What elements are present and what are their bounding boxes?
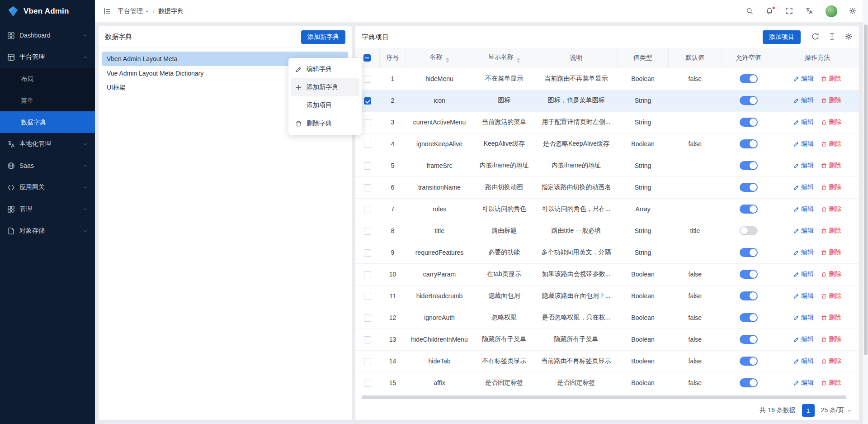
allow-null-toggle[interactable] [740,378,758,387]
table-row-hideChildrenInMenu[interactable]: 13hideChildrenInMenu隐藏所有子菜单隐藏所有子菜单Boolea… [355,329,859,350]
allow-null-toggle[interactable] [740,313,758,322]
table-row-carryParam[interactable]: 10carryParam在tab页显示如果该路由会携带参数...Booleanf… [355,263,859,285]
add-dictionary-button[interactable]: 添加新字典 [301,30,345,44]
allow-null-toggle[interactable] [740,205,758,214]
row-height-button[interactable] [828,33,836,42]
row-checkbox[interactable] [364,336,371,343]
table-row-roles[interactable]: 7roles可以访问的角色可以访问的角色，只在...Array编辑删除 [355,198,859,220]
row-checkbox[interactable] [364,249,371,257]
row-checkbox[interactable] [364,380,371,387]
breadcrumb-item-platform[interactable]: 平台管理 [118,7,149,15]
allow-null-toggle[interactable] [740,270,758,279]
allow-null-toggle[interactable] [740,248,758,257]
vertical-scrollbar[interactable] [863,0,868,424]
delete-link[interactable]: 删除 [821,227,841,235]
delete-link[interactable]: 删除 [821,162,841,170]
context-menu-item-1[interactable]: 添加新字典 [291,78,359,96]
edit-link[interactable]: 编辑 [793,248,814,257]
edit-link[interactable]: 编辑 [793,335,814,343]
edit-link[interactable]: 编辑 [793,75,814,83]
allow-null-toggle[interactable] [740,183,758,192]
allow-null-toggle[interactable] [740,161,758,170]
sort-caret-up-icon[interactable] [516,57,520,60]
context-menu-item-2[interactable]: 添加项目 [291,96,359,114]
allow-null-toggle[interactable] [740,335,758,344]
sidebar-subitem-1-0[interactable]: 布局 [0,68,95,90]
sidebar-item-6[interactable]: 对象存储 [0,220,95,242]
allow-null-toggle[interactable] [740,118,758,127]
table-row-transitionName[interactable]: 6transitionName路由切换动画指定该路由切换的动画名String编辑… [355,176,859,198]
sidebar-item-4[interactable]: 应用网关 [0,176,95,198]
row-checkbox[interactable] [364,358,371,365]
delete-link[interactable]: 删除 [821,140,841,148]
context-menu-item-0[interactable]: 编辑字典 [291,60,359,78]
allow-null-toggle[interactable] [740,226,758,235]
page-size-select[interactable]: 25 条/页 [821,406,852,414]
allow-null-toggle[interactable] [740,139,758,148]
table-row-hideTab[interactable]: 14hideTab不在标签页显示当前路由不再标签页显示Booleanfalse编… [355,350,859,372]
col-name[interactable]: 名称 [406,48,473,68]
refresh-button[interactable] [811,33,819,42]
add-item-button[interactable]: 添加项目 [763,30,801,44]
edit-link[interactable]: 编辑 [793,162,814,170]
edit-link[interactable]: 编辑 [793,205,814,213]
app-logo[interactable]: Vben Admin [0,0,95,23]
settings-button[interactable] [849,7,857,15]
col-display[interactable]: 显示名称 [473,48,535,68]
edit-link[interactable]: 编辑 [793,140,814,148]
edit-link[interactable]: 编辑 [793,96,814,105]
select-all-checkbox[interactable] [363,54,371,62]
row-checkbox[interactable] [364,228,371,235]
allow-null-toggle[interactable] [740,96,758,105]
delete-link[interactable]: 删除 [821,118,841,126]
fullscreen-button[interactable] [786,7,794,15]
allow-null-toggle[interactable] [740,74,758,83]
row-checkbox[interactable] [364,206,371,213]
delete-link[interactable]: 删除 [821,379,841,387]
menu-fold-icon[interactable] [103,7,111,15]
delete-link[interactable]: 删除 [821,314,841,322]
delete-link[interactable]: 删除 [821,205,841,213]
sidebar-subitem-1-2[interactable]: 数据字典 [0,111,95,133]
edit-link[interactable]: 编辑 [793,379,814,387]
row-checkbox[interactable] [364,184,371,191]
sidebar-item-3[interactable]: Saas [0,155,95,176]
row-checkbox[interactable] [364,271,371,278]
table-row-requiredFeatures[interactable]: 9requiredFeatures必要的功能多个功能间用英文，分隔String编… [355,242,859,263]
delete-link[interactable]: 删除 [821,248,841,257]
sidebar-item-5[interactable]: 管理 [0,198,95,220]
table-row-ignoreKeepAlive[interactable]: 4ignoreKeepAliveKeepAlive缓存是否忽略KeepAlive… [355,133,859,155]
delete-link[interactable]: 删除 [821,183,841,191]
row-checkbox[interactable] [364,314,371,322]
edit-link[interactable]: 编辑 [793,118,814,126]
sidebar-subitem-1-1[interactable]: 菜单 [0,90,95,111]
context-menu-item-3[interactable]: 删除字典 [291,114,359,133]
search-button[interactable] [746,7,754,15]
table-row-currentActiveMenu[interactable]: 3currentActiveMenu当前激活的菜单用于配置详情页时左侧...St… [355,111,859,133]
table-row-ignoreAuth[interactable]: 12ignoreAuth忽略权限是否忽略权限，只在权...Booleanfals… [355,307,859,329]
table-row-title[interactable]: 8title路由标题路由title 一般必填Stringtitle编辑删除 [355,220,859,242]
allow-null-toggle[interactable] [740,357,758,366]
edit-link[interactable]: 编辑 [793,270,814,278]
delete-link[interactable]: 删除 [821,335,841,343]
edit-link[interactable]: 编辑 [793,292,814,300]
table-settings-button[interactable] [845,33,853,42]
sidebar-item-1[interactable]: 平台管理 [0,46,95,68]
row-checkbox[interactable] [364,162,371,170]
table-row-icon[interactable]: 2icon图标图标，也是菜单图标String编辑删除 [355,90,859,111]
row-checkbox[interactable] [364,293,371,300]
horizontal-scrollbar-thumb[interactable] [362,395,846,399]
sidebar-item-2[interactable]: 本地化管理 [0,133,95,155]
horizontal-scrollbar[interactable] [360,395,854,400]
table-row-hideMenu[interactable]: 1hideMenu不在菜单显示当前路由不再菜单显示Booleanfalse编辑删… [355,68,859,90]
edit-link[interactable]: 编辑 [793,314,814,322]
delete-link[interactable]: 删除 [821,270,841,278]
row-checkbox[interactable] [364,76,371,83]
allow-null-toggle[interactable] [740,291,758,300]
sidebar-item-0[interactable]: Dashboard [0,24,95,46]
row-checkbox[interactable] [364,119,371,126]
edit-link[interactable]: 编辑 [793,183,814,191]
vertical-scrollbar-thumb[interactable] [864,24,868,355]
pagination-page-button[interactable]: 1 [802,404,815,417]
delete-link[interactable]: 删除 [821,96,841,105]
